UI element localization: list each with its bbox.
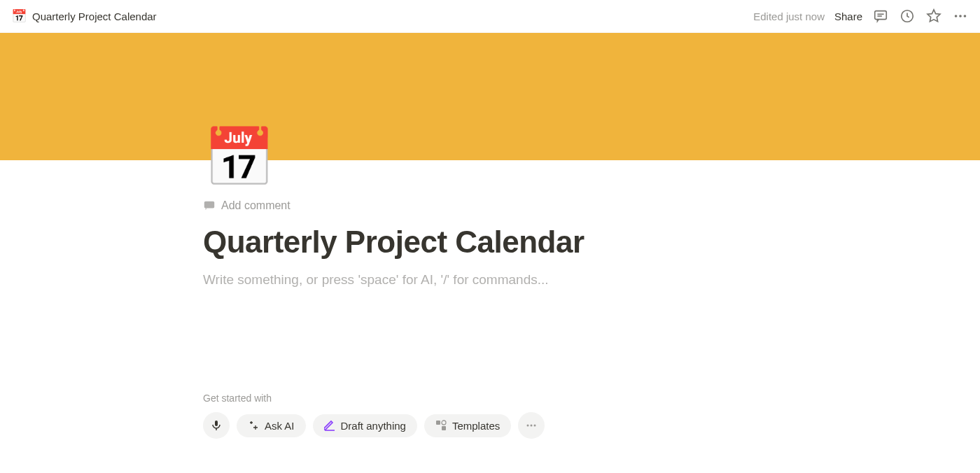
svg-rect-8: [215, 421, 218, 426]
clock-icon[interactable]: [899, 8, 916, 24]
page-content: 📅 Add comment Quarterly Project Calendar…: [203, 160, 833, 439]
ellipsis-icon: [526, 420, 537, 431]
page-title[interactable]: Quarterly Project Calendar: [203, 225, 833, 260]
svg-rect-0: [875, 11, 887, 20]
add-comment-label: Add comment: [221, 199, 290, 212]
shapes-icon: [435, 420, 447, 431]
svg-point-16: [534, 425, 536, 427]
more-options-button[interactable]: [518, 412, 545, 439]
calendar-icon: 📅: [11, 10, 27, 22]
svg-rect-12: [442, 426, 446, 430]
svg-rect-11: [436, 421, 440, 425]
templates-button[interactable]: Templates: [424, 414, 511, 437]
svg-point-14: [527, 425, 529, 427]
svg-point-13: [442, 421, 446, 425]
ask-ai-button[interactable]: Ask AI: [237, 414, 306, 437]
templates-label: Templates: [452, 420, 500, 432]
voice-button[interactable]: [203, 412, 230, 439]
star-icon[interactable]: [925, 8, 942, 24]
cover-image[interactable]: [0, 33, 980, 160]
topbar: 📅 Quarterly Project Calendar Edited just…: [0, 0, 980, 33]
draft-anything-button[interactable]: Draft anything: [313, 414, 417, 437]
comments-icon[interactable]: [872, 8, 889, 24]
svg-point-6: [964, 15, 967, 17]
more-icon[interactable]: [952, 8, 969, 24]
svg-point-5: [959, 15, 962, 17]
edited-status: Edited just now: [753, 10, 825, 22]
ask-ai-label: Ask AI: [265, 420, 295, 432]
draft-anything-label: Draft anything: [341, 420, 406, 432]
share-button[interactable]: Share: [834, 10, 862, 22]
get-started-label: Get started with: [203, 393, 833, 404]
page-title-breadcrumb: Quarterly Project Calendar: [32, 10, 157, 22]
get-started-pills: Ask AI Draft anything: [203, 412, 833, 439]
svg-point-15: [531, 425, 533, 427]
svg-point-4: [955, 15, 958, 17]
editor-placeholder[interactable]: Write something, or press 'space' for AI…: [203, 272, 833, 288]
breadcrumb[interactable]: 📅 Quarterly Project Calendar: [11, 10, 157, 22]
svg-rect-7: [204, 202, 214, 209]
comment-icon: [203, 199, 216, 212]
add-comment-button[interactable]: Add comment: [203, 160, 833, 212]
sparkle-icon: [248, 420, 259, 431]
page-icon[interactable]: 📅: [203, 127, 265, 188]
pencil-icon: [324, 420, 335, 431]
microphone-icon: [211, 420, 222, 431]
topbar-actions: Edited just now Share: [753, 8, 969, 24]
get-started-section: Get started with Ask AI: [203, 393, 833, 439]
